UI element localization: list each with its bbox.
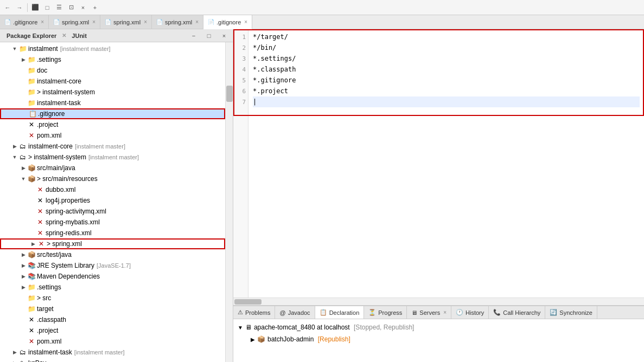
server-item-tomcat[interactable]: ▼ 🖥 apache-tomcat_8480 at localhost [Sto… [238,321,640,333]
expand-instalment-system[interactable] [20,88,27,96]
file-tree[interactable]: ▼ 📁 instalment [instalment master] ▶ 📁 .… [0,42,225,362]
tab-synchronize[interactable]: 🔄 Synchronize [545,306,597,319]
expand-jre-system[interactable]: ▶ [20,262,27,269]
expand-settings[interactable]: ▶ [20,56,27,63]
tab-gitignore2-label: .gitignore [216,19,241,25]
tab-spring2-close[interactable]: × [144,19,147,25]
tree-item-log4j[interactable]: ✕ log4j.properties [0,195,225,206]
h-scrollbar-thumb[interactable] [234,299,262,305]
expand-instalment-system-master[interactable]: ▼ [11,153,18,161]
tree-item-src-test-java[interactable]: ▶ 📦 src/test/java [0,249,225,260]
tree-item-doc[interactable]: 📁 doc [0,65,225,76]
expand-instalment[interactable]: ▼ [11,45,18,53]
tab-spring3-close[interactable]: × [195,19,199,25]
tab-spring3[interactable]: 📄 spring.xml × [152,15,203,29]
tree-item-spring-activitymq[interactable]: ✕ spring-activitymq.xml [0,206,225,217]
tree-item-settings2[interactable]: ▶ 📁 .settings [0,282,225,293]
tree-item-kqpay[interactable]: ▶ 🗂 kqPay [0,358,225,362]
panel-close[interactable]: × [219,30,229,41]
toolbar-btn-6[interactable]: + [90,2,100,13]
expand-target[interactable] [20,305,27,313]
expand-doc[interactable] [20,67,27,74]
tab-gitignore1-label: .gitignore [13,19,37,25]
tree-item-instalment[interactable]: ▼ 📁 instalment [instalment master] [0,43,225,54]
expand-maven-deps[interactable]: ▶ [20,273,27,280]
tab-progress[interactable]: ⏳ Progress [364,306,407,319]
forward-button[interactable]: → [14,2,25,13]
tree-scrollbar-thumb[interactable] [226,86,233,102]
tree-item-src2[interactable]: 📁 > src [0,293,225,303]
tab-servers-close[interactable]: × [443,309,447,315]
tree-item-pom[interactable]: ✕ pom.xml [0,130,225,141]
toolbar-btn-1[interactable]: ⬛ [30,2,41,13]
code-text-2: */bin/ [253,44,276,51]
tree-item-jre-system[interactable]: ▶ 📚 JRE System Library [JavaSE-1.7] [0,260,225,271]
tab-servers[interactable]: 🖥 Servers × [407,306,451,319]
tab-spring1-close[interactable]: × [92,19,95,25]
spring1-icon: 📄 [53,19,60,25]
back-button[interactable]: ← [2,2,13,13]
tab-package-explorer[interactable]: Package Explorer [3,31,60,40]
tree-label-src-main-java: src/main/java [37,164,75,172]
tab-spring2[interactable]: 📄 spring.xml × [100,15,152,29]
tree-item-classpath[interactable]: ✕ .classpath [0,314,225,325]
tab-gitignore1[interactable]: 📄 .gitignore × [0,15,49,29]
expand-tomcat[interactable]: ▼ [238,325,243,331]
tree-item-instalment-system-master[interactable]: ▼ 🗂 > instalment-system [instalment mast… [0,152,225,163]
expand-spring-xml[interactable]: ▶ [29,240,37,248]
code-editor[interactable]: */target/ */bin/ *.settings/ *.classpath… [248,29,644,298]
tree-item-project2[interactable]: ✕ .project [0,325,225,336]
tab-gitignore2-close[interactable]: × [244,19,247,25]
tree-item-gitignore[interactable]: 📋 .gitignore [0,108,225,119]
project-icon: ✕ [27,120,36,129]
expand-src2[interactable] [20,294,27,302]
tree-item-target[interactable]: 📁 target [0,303,225,314]
tree-item-src-main-java[interactable]: ▶ 📦 src/main/java [0,163,225,173]
tab-history[interactable]: 🕐 History [451,306,489,319]
tree-sub-instalment-core-master: [instalment master] [75,143,125,150]
panel-minimize[interactable]: − [188,30,199,41]
tree-item-src-main-resources[interactable]: ▼ 📦 > src/main/resources [0,173,225,184]
expand-instalment-core-master[interactable]: ▶ [11,143,18,150]
tab-junit[interactable]: JUnit [68,31,90,40]
tree-item-instalment-system[interactable]: 📁 > instalment-system [0,87,225,98]
tree-item-settings[interactable]: ▶ 📁 .settings [0,54,225,65]
tree-item-pom2[interactable]: ✕ pom.xml [0,336,225,347]
toolbar-btn-4[interactable]: ⊡ [66,2,76,13]
tab-javadoc[interactable]: @ Javadoc [275,306,315,319]
editor-h-scrollbar[interactable] [233,298,644,305]
tree-item-dubbo[interactable]: ✕ dubbo.xml [0,184,225,195]
expand-src-main-resources[interactable]: ▼ [20,175,27,183]
tree-item-instalment-core-master[interactable]: ▶ 🗂 instalment-core [instalment master] [0,141,225,152]
tree-item-project[interactable]: ✕ .project [0,119,225,130]
expand-batchjob[interactable]: ▶ [251,337,255,342]
tab-problems[interactable]: ⚠ Problems [233,306,275,319]
expand-src-test-java[interactable]: ▶ [20,251,27,258]
tree-item-spring-mybatis[interactable]: ✕ spring-mybatis.xml [0,217,225,228]
tree-label-project: .project [37,121,58,128]
tree-item-maven-deps[interactable]: ▶ 📚 Maven Dependencies [0,271,225,282]
tree-item-instalment-task-master[interactable]: ▶ 🗂 instalment-task [instalment master] [0,347,225,358]
tree-item-spring-xml[interactable]: ▶ ✕ > spring.xml [0,238,225,249]
toolbar-btn-3[interactable]: ☰ [54,2,65,13]
sub-server-item-batchjob[interactable]: ▶ 📦 batchJob-admin [Republish] [238,333,640,345]
expand-instalment-task-master[interactable]: ▶ [11,348,18,356]
expand-settings2[interactable]: ▶ [20,283,27,291]
tree-item-instalment-task[interactable]: 📁 instalment-task [0,98,225,108]
expand-instalment-task[interactable] [20,99,27,107]
tab-gitignore1-close[interactable]: × [41,19,44,25]
expand-src-main-java[interactable]: ▶ [20,164,27,172]
tree-item-instalment-core[interactable]: 📁 instalment-core [0,76,225,87]
tab-gitignore2[interactable]: 📄 .gitignore × [203,15,252,29]
tree-scrollbar[interactable] [225,42,233,362]
line-numbers: 1 2 3 4 5 6 7 [233,29,248,298]
tab-spring1[interactable]: 📄 spring.xml × [49,15,100,29]
tab-call-hierarchy[interactable]: 📞 Call Hierarchy [489,306,545,319]
tab-declaration[interactable]: 📋 Declaration [315,306,365,319]
toolbar-btn-2[interactable]: □ [42,2,53,13]
tree-item-spring-redis[interactable]: ✕ spring-redis.xml [0,228,225,238]
toolbar-btn-5[interactable]: × [78,2,88,13]
panel-maximize[interactable]: □ [203,30,214,41]
expand-kqpay[interactable]: ▶ [11,359,18,362]
expand-instalment-core[interactable] [20,77,27,85]
